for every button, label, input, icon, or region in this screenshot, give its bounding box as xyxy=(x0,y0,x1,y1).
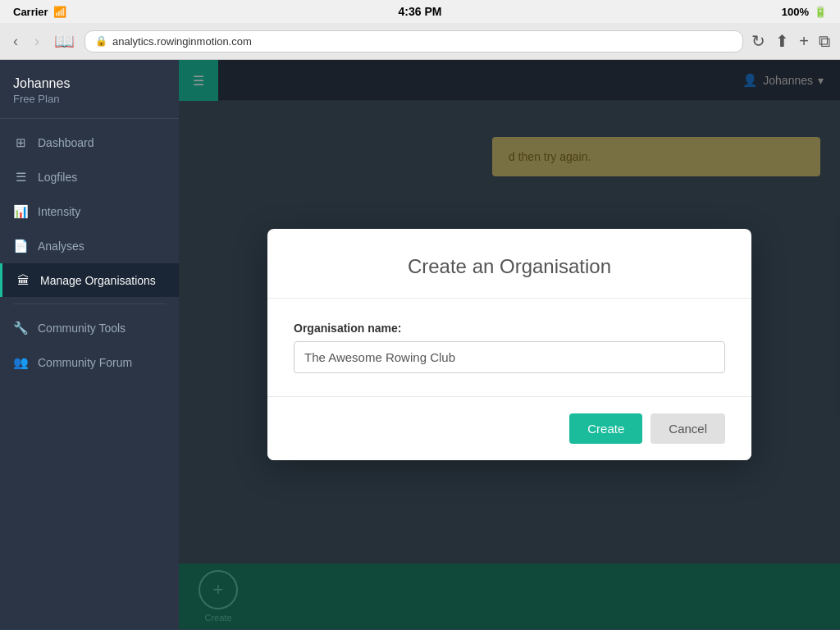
status-bar-left: Carrier 📶 xyxy=(13,6,66,18)
sidebar-item-community-forum[interactable]: 👥 Community Forum xyxy=(0,345,179,380)
back-button[interactable]: ‹ xyxy=(8,30,23,53)
wifi-icon: 📶 xyxy=(53,6,66,18)
sidebar-divider xyxy=(13,304,166,304)
create-org-button[interactable]: Create xyxy=(569,413,642,444)
sidebar-item-logfiles[interactable]: ☰ Logfiles xyxy=(0,160,179,194)
analyses-icon: 📄 xyxy=(13,239,28,253)
modal-header: Create an Organisation xyxy=(267,229,751,299)
forward-button[interactable]: › xyxy=(30,30,44,53)
main-layout: Johannes Free Plan ⊞ Dashboard ☰ Logfile… xyxy=(0,60,840,629)
tabs-button[interactable]: ⧉ xyxy=(817,30,832,52)
browser-chrome: ‹ › 📖 🔒 analytics.rowinginmotion.com ↻ ⬆… xyxy=(0,23,840,60)
reload-button[interactable]: ↻ xyxy=(750,30,767,52)
sidebar-item-community-tools[interactable]: 🔧 Community Tools xyxy=(0,311,179,345)
status-bar-time: 4:36 PM xyxy=(399,5,442,18)
sidebar-item-label: Manage Organisations xyxy=(40,274,156,287)
modal-body: Organisation name: xyxy=(267,299,751,397)
sidebar-item-dashboard[interactable]: ⊞ Dashboard xyxy=(0,126,179,160)
create-organisation-modal: Create an Organisation Organisation name… xyxy=(267,229,751,460)
lock-icon: 🔒 xyxy=(95,35,107,47)
battery-label: 100% xyxy=(782,6,809,18)
battery-icon: 🔋 xyxy=(814,6,827,18)
sidebar-item-analyses[interactable]: 📄 Analyses xyxy=(0,229,179,263)
org-name-label: Organisation name: xyxy=(294,322,725,335)
sidebar-header: Johannes Free Plan xyxy=(0,60,179,119)
carrier-label: Carrier xyxy=(13,6,48,18)
logfiles-icon: ☰ xyxy=(13,170,28,185)
sidebar-item-label: Community Forum xyxy=(38,356,132,369)
sidebar-item-manage-organisations[interactable]: 🏛 Manage Organisations xyxy=(0,263,179,297)
sidebar-username: Johannes xyxy=(13,76,166,91)
modal-footer: Create Cancel xyxy=(267,397,751,460)
url-text: analytics.rowinginmotion.com xyxy=(112,35,252,48)
status-bar-right: 100% 🔋 xyxy=(782,6,827,18)
sidebar-item-label: Intensity xyxy=(38,205,80,218)
new-tab-button[interactable]: + xyxy=(797,30,810,52)
community-forum-icon: 👥 xyxy=(13,355,28,370)
org-name-input[interactable] xyxy=(294,341,725,373)
sidebar-item-label: Analyses xyxy=(38,240,84,253)
modal-overlay[interactable]: Create an Organisation Organisation name… xyxy=(179,60,840,629)
bookmarks-icon: 📖 xyxy=(51,28,78,54)
content-area: ☰ 👤 Johannes ▾ d then try again. + Creat… xyxy=(179,60,840,629)
modal-title: Create an Organisation xyxy=(294,255,725,278)
sidebar-item-label: Community Tools xyxy=(38,322,126,335)
sidebar-item-intensity[interactable]: 📊 Intensity xyxy=(0,194,179,229)
share-button[interactable]: ⬆ xyxy=(774,30,791,52)
status-bar: Carrier 📶 4:36 PM 100% 🔋 xyxy=(0,0,840,23)
community-tools-icon: 🔧 xyxy=(13,321,28,336)
sidebar-nav: ⊞ Dashboard ☰ Logfiles 📊 Intensity 📄 Ana… xyxy=(0,119,179,629)
manage-org-icon: 🏛 xyxy=(16,273,30,287)
sidebar-item-label: Dashboard xyxy=(38,136,94,149)
sidebar-item-label: Logfiles xyxy=(38,171,77,184)
sidebar-user-plan: Free Plan xyxy=(13,93,166,105)
cancel-button[interactable]: Cancel xyxy=(651,413,725,444)
sidebar: Johannes Free Plan ⊞ Dashboard ☰ Logfile… xyxy=(0,60,179,629)
address-bar[interactable]: 🔒 analytics.rowinginmotion.com xyxy=(84,30,743,52)
intensity-icon: 📊 xyxy=(13,204,28,219)
dashboard-icon: ⊞ xyxy=(13,135,28,150)
